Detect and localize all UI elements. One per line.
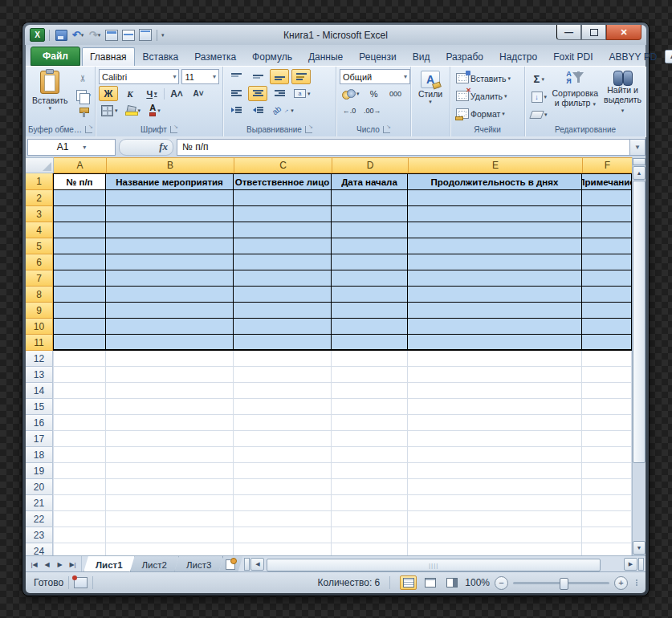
column-header-D[interactable]: D [332, 157, 409, 173]
cell-F13[interactable] [582, 367, 632, 383]
cell-F2[interactable] [582, 190, 632, 206]
cell-C9[interactable] [234, 303, 332, 319]
macro-record-icon[interactable] [74, 577, 88, 588]
comma-format-button[interactable]: 000 [386, 86, 405, 101]
cell-D7[interactable] [332, 270, 408, 287]
orientation-button[interactable]: ab→▾ [270, 103, 296, 118]
cell-B4[interactable] [106, 222, 234, 238]
cell-E18[interactable] [408, 447, 582, 463]
format-cells-button[interactable]: Формат▾ [454, 106, 521, 121]
cell-C18[interactable] [234, 447, 332, 463]
cell-D6[interactable] [332, 254, 408, 270]
cell-E2[interactable] [408, 190, 582, 206]
row-header-20[interactable]: 20 [26, 479, 53, 495]
cell-B10[interactable] [106, 319, 234, 335]
cell-D24[interactable] [332, 543, 408, 555]
styles-button[interactable]: A Стили ▾ [415, 69, 446, 124]
cell-B5[interactable] [106, 238, 234, 254]
cell-E17[interactable] [408, 431, 582, 447]
cell-A24[interactable] [53, 543, 106, 555]
cell-F3[interactable] [582, 206, 632, 222]
cell-F22[interactable] [582, 511, 632, 527]
column-header-B[interactable]: B [107, 157, 234, 173]
cell-F20[interactable] [582, 479, 632, 495]
cell-E15[interactable] [408, 399, 582, 415]
cell-C10[interactable] [234, 319, 332, 335]
cell-A11[interactable] [53, 335, 106, 351]
cell-A21[interactable] [53, 495, 106, 511]
cell-D5[interactable] [332, 238, 408, 254]
cell-A13[interactable] [53, 367, 106, 383]
cell-B2[interactable] [106, 190, 234, 206]
column-header-F[interactable]: F [583, 157, 633, 173]
cell-C15[interactable] [234, 399, 332, 415]
tab-insert[interactable]: Вставка [135, 47, 187, 66]
undo-icon[interactable]: ↶▾ [71, 29, 85, 42]
cell-D3[interactable] [332, 206, 408, 222]
clipboard-dialog-launcher-icon[interactable] [85, 126, 92, 133]
cell-A7[interactable] [53, 270, 106, 287]
row-header-6[interactable]: 6 [26, 254, 53, 270]
number-dialog-launcher-icon[interactable] [383, 126, 390, 133]
font-dialog-launcher-icon[interactable] [170, 126, 177, 133]
tab-review[interactable]: Рецензи [351, 47, 404, 66]
scroll-left-icon[interactable]: ◀ [250, 558, 264, 571]
tab-view[interactable]: Вид [405, 47, 438, 66]
cell-F15[interactable] [582, 399, 632, 415]
row-header-21[interactable]: 21 [26, 495, 53, 511]
cell-E23[interactable] [408, 527, 582, 543]
scroll-right-icon[interactable]: ▶ [624, 558, 637, 571]
zoom-in-icon[interactable]: + [614, 576, 628, 590]
prev-sheet-icon[interactable]: ◀ [41, 559, 53, 571]
row-header-14[interactable]: 14 [26, 383, 53, 399]
paste-button[interactable]: Вставить ▾ [29, 69, 71, 124]
cell-C21[interactable] [234, 495, 332, 511]
header-cell-A1[interactable]: № п/п [53, 173, 106, 190]
cell-C20[interactable] [234, 479, 332, 495]
cell-F12[interactable] [582, 351, 632, 367]
align-middle-button[interactable] [248, 69, 267, 84]
horizontal-scroll-thumb[interactable]: |||| [267, 559, 601, 571]
cell-D14[interactable] [332, 383, 408, 399]
tab-formulas[interactable]: Формуль [244, 47, 300, 66]
font-color-button[interactable]: А▾ [145, 103, 165, 118]
row-header-3[interactable]: 3 [26, 206, 53, 222]
sheet-tab-list1[interactable]: Лист1 [83, 556, 135, 572]
row-header-8[interactable]: 8 [26, 287, 53, 303]
row-header-1[interactable]: 1 [26, 173, 53, 190]
cell-F10[interactable] [582, 319, 632, 335]
row-header-12[interactable]: 12 [26, 351, 53, 367]
cell-F24[interactable] [582, 543, 632, 555]
row-header-10[interactable]: 10 [26, 319, 53, 335]
cell-E20[interactable] [408, 479, 582, 495]
cell-F9[interactable] [582, 303, 632, 319]
cell-C6[interactable] [234, 254, 332, 270]
cell-A2[interactable] [53, 190, 106, 206]
row-header-7[interactable]: 7 [26, 270, 53, 287]
close-button[interactable]: ✕ [606, 25, 641, 40]
cell-B7[interactable] [106, 270, 234, 287]
cell-B23[interactable] [106, 527, 234, 543]
cell-D17[interactable] [332, 431, 408, 447]
cell-B13[interactable] [106, 367, 234, 383]
cell-D8[interactable] [332, 287, 408, 303]
increase-indent-button[interactable] [248, 103, 267, 118]
row-header-22[interactable]: 22 [26, 511, 53, 527]
row-header-16[interactable]: 16 [26, 415, 53, 431]
row-header-24[interactable]: 24 [26, 543, 53, 555]
scroll-down-icon[interactable]: ▼ [633, 541, 646, 555]
align-left-button[interactable] [226, 86, 246, 101]
cell-F8[interactable] [582, 287, 632, 303]
cell-E13[interactable] [408, 367, 582, 383]
fill-color-button[interactable]: ▾ [123, 103, 144, 118]
percent-format-button[interactable]: % [365, 86, 384, 101]
cell-F21[interactable] [582, 495, 632, 511]
cell-A20[interactable] [53, 479, 106, 495]
zoom-slider-thumb[interactable] [560, 578, 568, 590]
cell-E8[interactable] [408, 287, 582, 303]
cell-C12[interactable] [234, 351, 332, 367]
cell-F4[interactable] [582, 222, 632, 238]
cell-B21[interactable] [106, 495, 234, 511]
cell-A4[interactable] [53, 222, 106, 238]
cell-D21[interactable] [332, 495, 408, 511]
